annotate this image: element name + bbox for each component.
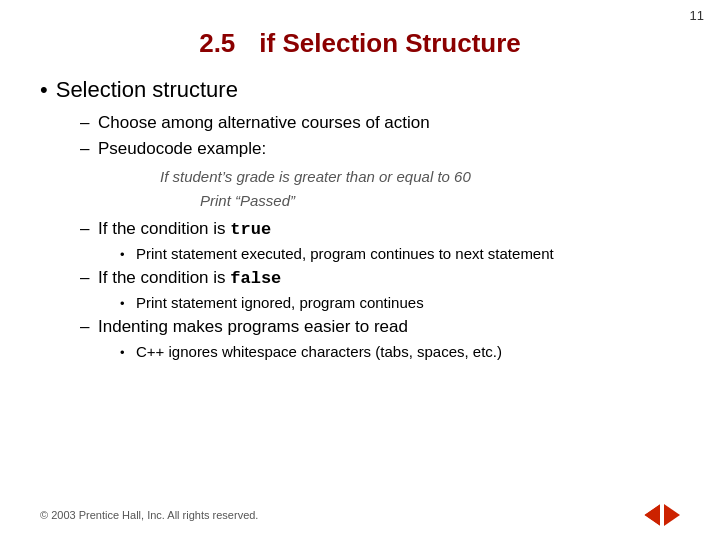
sub-bullet-false-text: If the condition is false [98, 268, 281, 288]
slide-number: 11 [690, 8, 704, 23]
slide-title: 2.5if Selection Structure [40, 28, 680, 59]
next-button[interactable] [664, 504, 680, 526]
title-text: if Selection Structure [259, 28, 521, 58]
true-code: true [230, 220, 271, 239]
sub-bullets: Choose among alternative courses of acti… [80, 113, 680, 360]
nested-false-text: Print statement ignored, program continu… [136, 294, 424, 311]
nested-indent: C++ ignores whitespace characters (tabs,… [120, 343, 680, 360]
sub-bullet-pseudocode: Pseudocode example: [80, 139, 680, 159]
slide: 11 2.5if Selection Structure Selection s… [0, 0, 720, 540]
sub-bullet-indent-text: Indenting makes programs easier to read [98, 317, 408, 337]
sub-bullet-true: If the condition is true [80, 219, 680, 239]
footer: © 2003 Prentice Hall, Inc. All rights re… [0, 504, 720, 526]
nav-buttons [644, 504, 680, 526]
sub-bullet-pseudocode-text: Pseudocode example: [98, 139, 266, 159]
false-label: If the condition is [98, 268, 230, 287]
sub-bullet-choose: Choose among alternative courses of acti… [80, 113, 680, 133]
sub-bullet-choose-text: Choose among alternative courses of acti… [98, 113, 430, 133]
pseudocode-block: If student’s grade is greater than or eq… [160, 165, 680, 213]
section-number: 2.5 [199, 28, 235, 58]
main-bullet: Selection structure [40, 77, 680, 103]
pseudocode-line1: If student’s grade is greater than or eq… [160, 165, 680, 189]
nested-true-text: Print statement executed, program contin… [136, 245, 554, 262]
nested-true: Print statement executed, program contin… [120, 245, 680, 262]
nested-indent-text: C++ ignores whitespace characters (tabs,… [136, 343, 502, 360]
pseudocode-line2: Print “Passed” [200, 189, 680, 213]
main-bullet-text: Selection structure [56, 77, 238, 103]
sub-bullet-true-text: If the condition is true [98, 219, 271, 239]
prev-button[interactable] [644, 504, 660, 526]
copyright-text: © 2003 Prentice Hall, Inc. All rights re… [40, 509, 258, 521]
sub-bullet-false: If the condition is false [80, 268, 680, 288]
nested-false: Print statement ignored, program continu… [120, 294, 680, 311]
true-label: If the condition is [98, 219, 230, 238]
sub-bullet-indent: Indenting makes programs easier to read [80, 317, 680, 337]
false-code: false [230, 269, 281, 288]
